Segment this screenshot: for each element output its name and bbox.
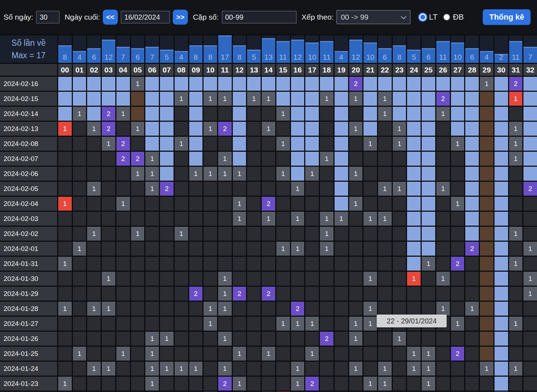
heatmap-cell[interactable]	[102, 92, 115, 106]
heatmap-cell[interactable]	[160, 227, 174, 241]
heatmap-cell[interactable]	[73, 302, 86, 316]
sort-by-select[interactable]: 00 -> 99	[336, 10, 411, 24]
heatmap-cell[interactable]	[509, 107, 523, 121]
heatmap-cell[interactable]	[160, 137, 174, 151]
heatmap-cell[interactable]	[335, 92, 348, 106]
heatmap-cell[interactable]: 2	[305, 377, 319, 391]
heatmap-cell[interactable]	[276, 302, 290, 316]
heatmap-cell[interactable]: 1	[523, 272, 537, 286]
heatmap-cell[interactable]	[422, 137, 435, 151]
heatmap-cell[interactable]: 1	[509, 362, 523, 376]
heatmap-cell[interactable]	[204, 377, 217, 391]
heatmap-cell[interactable]	[436, 377, 450, 391]
heatmap-cell[interactable]	[451, 152, 465, 166]
heatmap-cell[interactable]: 1	[145, 362, 159, 376]
heatmap-cell[interactable]	[363, 167, 377, 181]
heatmap-cell[interactable]	[233, 137, 246, 151]
heatmap-cell[interactable]	[480, 107, 493, 121]
heatmap-cell[interactable]	[116, 287, 130, 301]
heatmap-cell[interactable]	[189, 197, 203, 211]
heatmap-cell[interactable]: 2	[102, 122, 115, 136]
heatmap-cell[interactable]	[233, 272, 246, 286]
heatmap-cell[interactable]	[422, 287, 435, 301]
heatmap-cell[interactable]	[422, 332, 435, 346]
heatmap-cell[interactable]	[204, 272, 217, 286]
heatmap-cell[interactable]	[335, 77, 348, 91]
heatmap-cell[interactable]	[218, 107, 232, 121]
heatmap-cell[interactable]	[495, 287, 508, 301]
heatmap-cell[interactable]	[436, 362, 450, 376]
heatmap-cell[interactable]	[247, 317, 261, 331]
heatmap-cell[interactable]	[116, 212, 130, 226]
heatmap-cell[interactable]	[145, 212, 159, 226]
heatmap-cell[interactable]	[378, 272, 392, 286]
heatmap-cell[interactable]	[87, 332, 101, 346]
heatmap-cell[interactable]	[378, 287, 392, 301]
heatmap-cell[interactable]	[175, 107, 188, 121]
heatmap-cell[interactable]: 1	[349, 197, 363, 211]
heatmap-cell[interactable]: 1	[218, 92, 232, 106]
heatmap-cell[interactable]	[145, 287, 159, 301]
heatmap-cell[interactable]: 1	[204, 302, 217, 316]
heatmap-cell[interactable]	[233, 302, 246, 316]
heatmap-cell[interactable]: 1	[320, 92, 333, 106]
heatmap-cell[interactable]	[422, 152, 435, 166]
heatmap-cell[interactable]	[451, 287, 465, 301]
heatmap-cell[interactable]	[160, 92, 174, 106]
heatmap-cell[interactable]	[480, 152, 493, 166]
heatmap-cell[interactable]	[378, 77, 392, 91]
heatmap-cell[interactable]: 1	[175, 227, 188, 241]
heatmap-cell[interactable]	[320, 257, 333, 271]
heatmap-cell[interactable]	[509, 332, 523, 346]
heatmap-cell[interactable]: 1	[145, 182, 159, 196]
heatmap-cell[interactable]	[509, 167, 523, 181]
heatmap-cell[interactable]: 1	[291, 377, 305, 391]
heatmap-cell[interactable]	[58, 107, 72, 121]
heatmap-cell[interactable]	[87, 107, 101, 121]
heatmap-cell[interactable]: 2	[436, 92, 450, 106]
heatmap-cell[interactable]	[451, 167, 465, 181]
heatmap-cell[interactable]	[436, 257, 450, 271]
heatmap-cell[interactable]	[349, 377, 363, 391]
heatmap-cell[interactable]	[363, 122, 377, 136]
heatmap-cell[interactable]	[335, 167, 348, 181]
heatmap-cell[interactable]	[218, 317, 232, 331]
heatmap-cell[interactable]	[451, 92, 465, 106]
heatmap-cell[interactable]: 1	[247, 92, 261, 106]
heatmap-cell[interactable]	[465, 92, 479, 106]
heatmap-cell[interactable]	[349, 242, 363, 256]
heatmap-cell[interactable]	[407, 242, 421, 256]
heatmap-cell[interactable]	[262, 242, 275, 256]
heatmap-cell[interactable]: 1	[291, 242, 305, 256]
heatmap-cell[interactable]	[145, 107, 159, 121]
heatmap-cell[interactable]	[58, 167, 72, 181]
heatmap-cell[interactable]	[509, 272, 523, 286]
heatmap-cell[interactable]	[407, 122, 421, 136]
heatmap-cell[interactable]	[436, 77, 450, 91]
heatmap-cell[interactable]	[58, 137, 72, 151]
heatmap-cell[interactable]	[480, 227, 493, 241]
heatmap-cell[interactable]: 1	[509, 92, 523, 106]
heatmap-cell[interactable]: 1	[189, 167, 203, 181]
heatmap-cell[interactable]	[509, 212, 523, 226]
heatmap-cell[interactable]	[291, 107, 305, 121]
heatmap-cell[interactable]: 1	[320, 227, 333, 241]
heatmap-cell[interactable]	[189, 77, 203, 91]
heatmap-cell[interactable]	[451, 332, 465, 346]
heatmap-cell[interactable]	[276, 347, 290, 361]
heatmap-cell[interactable]	[291, 92, 305, 106]
heatmap-cell[interactable]	[175, 377, 188, 391]
heatmap-cell[interactable]: 1	[145, 167, 159, 181]
heatmap-cell[interactable]	[480, 122, 493, 136]
heatmap-cell[interactable]	[393, 242, 406, 256]
heatmap-cell[interactable]: 1	[393, 137, 406, 151]
heatmap-cell[interactable]	[480, 347, 493, 361]
heatmap-cell[interactable]	[247, 167, 261, 181]
heatmap-cell[interactable]	[189, 107, 203, 121]
heatmap-cell[interactable]	[276, 152, 290, 166]
heatmap-cell[interactable]	[102, 197, 115, 211]
heatmap-cell[interactable]	[305, 197, 319, 211]
heatmap-cell[interactable]	[218, 227, 232, 241]
heatmap-cell[interactable]	[87, 92, 101, 106]
end-date-input[interactable]	[121, 11, 170, 24]
